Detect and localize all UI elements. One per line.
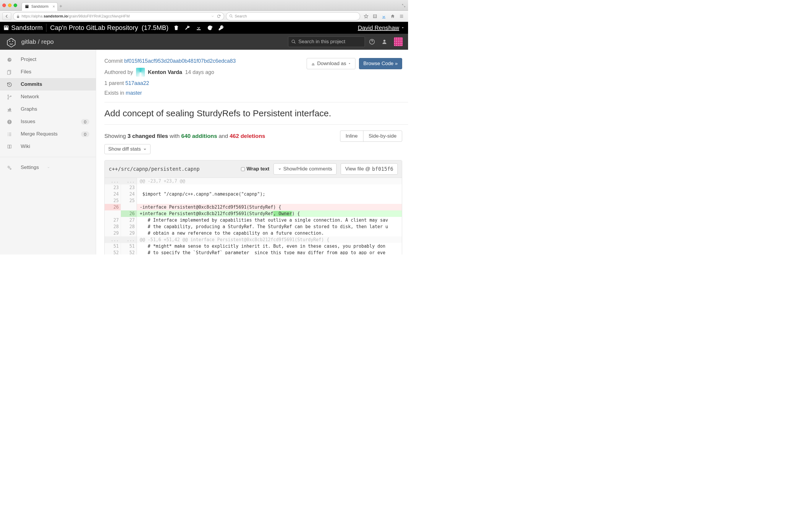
new-tab-button[interactable]: + <box>60 4 62 9</box>
gitlab-header: gitlab / repo Search in this project <box>0 34 408 50</box>
line-num-old[interactable]: 24 <box>105 191 121 197</box>
download-as-button[interactable]: Download as <box>307 58 355 69</box>
wrap-label: Wrap text <box>247 166 269 172</box>
view-toggle: Inline Side-by-side <box>340 131 402 142</box>
code-line: @@ -51,6 +51,42 @@ interface Persistent@… <box>137 236 402 243</box>
wrap-checkbox[interactable] <box>241 167 245 171</box>
sidebar-item-wiki[interactable]: Wiki <box>0 140 96 153</box>
address-bar[interactable]: https://alpha.sandstorm.io/grain/98doF8Y… <box>13 12 224 21</box>
line-num-old[interactable]: 52 <box>105 249 121 254</box>
line-num-old[interactable]: 26 <box>105 204 121 210</box>
line-num-new[interactable]: 28 <box>121 224 137 230</box>
line-num-old[interactable]: ... <box>105 178 121 184</box>
commit-hash[interactable]: bf015f615acf953d20aab0b481f07bd2c6edca83 <box>124 58 236 64</box>
show-diff-stats-button[interactable]: Show diff stats <box>104 144 150 154</box>
wrap-text-toggle[interactable]: Wrap text <box>241 166 269 172</box>
line-num-new[interactable]: ... <box>121 236 137 243</box>
window-zoom[interactable] <box>13 4 17 7</box>
project-search[interactable]: Search in this project <box>288 36 365 47</box>
line-num-old[interactable]: 25 <box>105 197 121 204</box>
code-line <box>137 184 402 191</box>
line-num-new[interactable]: 23 <box>121 184 137 191</box>
sidebar-item-graphs[interactable]: Graphs <box>0 103 96 115</box>
commit-author: Authored by Kenton Varda 14 days ago <box>104 68 236 77</box>
caret-down-icon <box>348 62 351 65</box>
line-num-new[interactable]: 26 <box>121 210 137 217</box>
inline-view-button[interactable]: Inline <box>340 131 363 141</box>
key-icon[interactable] <box>218 25 224 31</box>
line-num-new[interactable]: 52 <box>121 249 137 254</box>
code-line <box>137 197 402 204</box>
sidebar-item-merge-requests[interactable]: Merge Requests0 <box>0 128 96 140</box>
home-icon[interactable] <box>390 13 395 19</box>
line-num-new[interactable] <box>121 204 137 210</box>
parent-hash[interactable]: 517aaa22 <box>125 80 149 86</box>
line-num-new[interactable]: ... <box>121 178 137 184</box>
sandstorm-logo[interactable]: Sandstorm <box>4 24 43 32</box>
line-num-new[interactable]: 27 <box>121 217 137 224</box>
user-menu[interactable]: David Renshaw <box>358 25 405 31</box>
bookmark-star-icon[interactable] <box>364 13 368 19</box>
grain-actions <box>173 25 224 31</box>
reload-icon[interactable] <box>217 14 221 19</box>
code-line: # obtain a new reference to the capabili… <box>137 230 402 236</box>
browse-code-button[interactable]: Browse Code » <box>359 58 402 69</box>
line-num-new[interactable]: 25 <box>121 197 137 204</box>
branch-link[interactable]: master <box>126 90 142 96</box>
sidebar-item-commits[interactable]: Commits <box>0 78 96 91</box>
svg-rect-15 <box>7 71 10 74</box>
sidebar-item-files[interactable]: Files <box>0 66 96 78</box>
menu-icon[interactable] <box>399 13 404 19</box>
line-num-old[interactable]: ... <box>105 236 121 243</box>
gitlab-logo-icon[interactable] <box>5 36 17 48</box>
show-hide-comments-button[interactable]: Show/Hide comments <box>273 163 336 175</box>
svg-point-9 <box>12 41 13 42</box>
file-path[interactable]: c++/src/capnp/persistent.capnp <box>109 166 199 172</box>
browser-tab[interactable]: Sandstorm × <box>22 2 58 11</box>
tab-close-icon[interactable]: × <box>52 4 55 9</box>
sidebar-item-network[interactable]: Network <box>0 91 96 103</box>
line-num-new[interactable]: 24 <box>121 191 137 197</box>
breadcrumb[interactable]: gitlab / repo <box>21 38 54 45</box>
author-name[interactable]: Kenton Varda <box>148 69 182 75</box>
reader-mode-icon[interactable] <box>211 14 214 19</box>
diff-row: ......@@ -51,6 +51,42 @@ interface Persi… <box>105 236 402 243</box>
line-num-old[interactable] <box>105 210 121 217</box>
line-num-old[interactable]: 29 <box>105 230 121 236</box>
list-icon[interactable] <box>373 13 377 19</box>
side-by-side-button[interactable]: Side-by-side <box>363 131 402 141</box>
downloads-icon[interactable] <box>381 13 386 19</box>
grain-title[interactable]: Cap'n Proto GitLab Repository <box>50 24 138 32</box>
browser-search[interactable]: Search <box>226 12 360 21</box>
code-line: +interface Persistent@0xc8cb212fcd9f5691… <box>137 210 402 217</box>
author-avatar[interactable] <box>136 68 145 77</box>
sidebar-item-issues[interactable]: Issues0 <box>0 115 96 128</box>
sidebar-item-settings[interactable]: Settings <box>0 161 96 174</box>
download-icon[interactable] <box>196 25 202 31</box>
window-minimize[interactable] <box>8 4 11 7</box>
svg-point-8 <box>9 41 10 42</box>
profile-icon[interactable] <box>381 39 387 45</box>
diff-summary: Showing 3 changed files with 640 additio… <box>104 133 265 139</box>
line-num-old[interactable]: 51 <box>105 243 121 249</box>
view-file-button[interactable]: View file @bf015f6 <box>341 163 398 175</box>
refresh-icon[interactable] <box>207 25 213 31</box>
diff-file: c++/src/capnp/persistent.capnp Wrap text… <box>104 160 402 254</box>
wrench-icon[interactable] <box>185 25 190 31</box>
line-num-new[interactable]: 29 <box>121 230 137 236</box>
svg-point-22 <box>8 166 10 168</box>
help-icon[interactable] <box>369 39 375 45</box>
window-close[interactable] <box>2 4 6 7</box>
line-num-new[interactable]: 51 <box>121 243 137 249</box>
line-num-old[interactable]: 23 <box>105 184 121 191</box>
trash-icon[interactable] <box>173 25 179 31</box>
avatar[interactable] <box>394 37 403 46</box>
fullscreen-icon[interactable] <box>402 3 406 7</box>
chevron-down-icon <box>401 26 405 30</box>
back-button[interactable] <box>2 12 11 20</box>
button-label: View file @ <box>345 166 370 172</box>
parent-line: 1 parent 517aaa22 <box>104 80 236 87</box>
sidebar-item-project[interactable]: Project <box>0 53 96 66</box>
line-num-old[interactable]: 27 <box>105 217 121 224</box>
line-num-old[interactable]: 28 <box>105 224 121 230</box>
